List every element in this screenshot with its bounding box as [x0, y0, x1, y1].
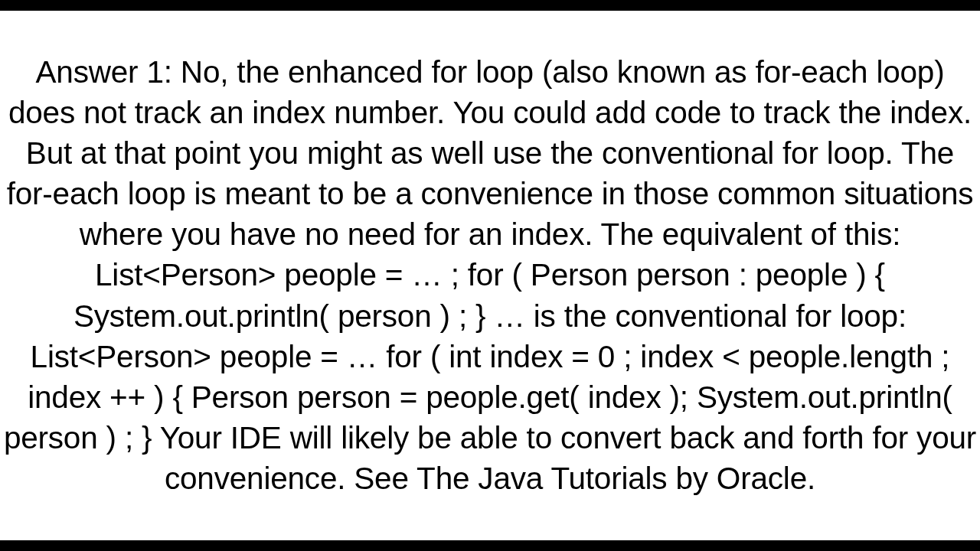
- content-area: Answer 1: No, the enhanced for loop (als…: [0, 11, 980, 540]
- answer-text: Answer 1: No, the enhanced for loop (als…: [0, 52, 980, 499]
- top-bar: [0, 0, 980, 11]
- bottom-bar: [0, 540, 980, 551]
